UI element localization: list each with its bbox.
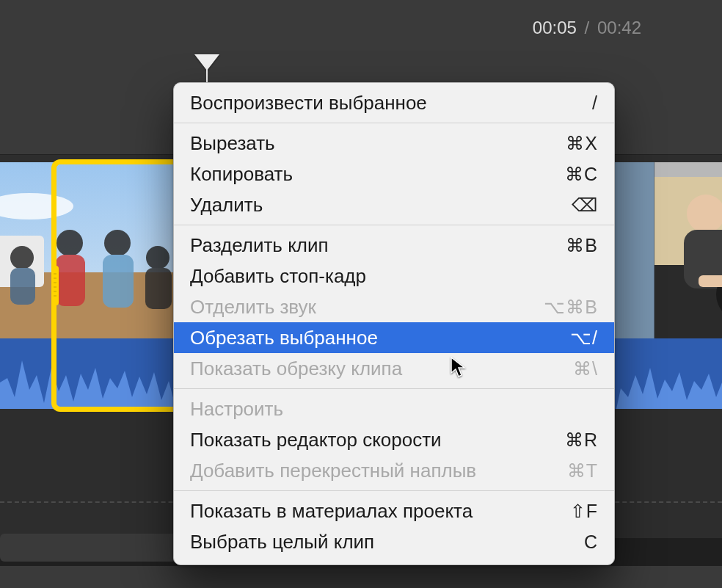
svg-point-6 xyxy=(56,230,83,256)
menu-separator xyxy=(174,490,614,491)
menu-item-show-clip-trim: Показать обрезку клипа⌘\ xyxy=(174,353,614,384)
menu-item-label: Обрезать выбранное xyxy=(190,327,570,349)
menu-item-shortcut: ⌘B xyxy=(566,235,598,256)
timecode-separator: / xyxy=(585,18,590,37)
playhead-icon xyxy=(194,54,219,70)
menu-item-trim-selection[interactable]: Обрезать выбранное⌥/ xyxy=(174,322,614,353)
svg-rect-5 xyxy=(10,268,35,305)
menu-item-label: Показать обрезку клипа xyxy=(190,357,573,380)
menu-item-label: Добавить стоп-кадр xyxy=(190,265,598,288)
menu-item-label: Воспроизвести выбранное xyxy=(190,92,592,115)
menu-item-shortcut: ⇧F xyxy=(570,501,598,522)
svg-rect-11 xyxy=(145,268,172,309)
menu-separator xyxy=(174,388,614,389)
menu-item-label: Отделить звук xyxy=(190,296,544,319)
svg-rect-9 xyxy=(103,255,134,308)
menu-item-shortcut: ⌘T xyxy=(567,460,598,482)
menu-item-add-freeze-frame[interactable]: Добавить стоп-кадр xyxy=(174,261,614,291)
menu-item-shortcut: ⌥/ xyxy=(570,327,598,349)
timecode-total: 00:42 xyxy=(597,18,641,37)
clip-thumbnail[interactable] xyxy=(654,162,722,338)
menu-item-delete[interactable]: Удалить⌫ xyxy=(174,189,614,220)
playhead[interactable] xyxy=(194,54,219,76)
menu-item-shortcut: ⌘\ xyxy=(573,358,598,380)
menu-item-adjust: Настроить xyxy=(174,393,614,424)
menu-item-label: Выбрать целый клип xyxy=(190,531,584,553)
svg-rect-19 xyxy=(699,275,722,287)
menu-item-select-whole-clip[interactable]: Выбрать целый клипC xyxy=(174,526,614,557)
menu-item-split-clip[interactable]: Разделить клип⌘B xyxy=(174,230,614,261)
svg-point-4 xyxy=(10,246,34,269)
clip-thumbnail[interactable] xyxy=(0,162,184,338)
menu-item-shortcut: / xyxy=(592,92,598,114)
svg-point-10 xyxy=(146,246,169,269)
menu-item-label: Разделить клип xyxy=(190,234,566,257)
menu-item-show-speed-editor[interactable]: Показать редактор скорости⌘R xyxy=(174,424,614,455)
timecode: 00:05 / 00:42 xyxy=(533,18,641,38)
svg-rect-7 xyxy=(56,255,85,306)
mouse-cursor-icon xyxy=(451,357,468,379)
menu-separator xyxy=(174,225,614,225)
menu-item-shortcut: ⌥⌘B xyxy=(544,297,598,318)
menu-item-label: Копировать xyxy=(190,163,565,186)
menu-item-add-cross-dissolve: Добавить перекрестный наплыв⌘T xyxy=(174,455,614,486)
menu-item-shortcut: ⌘X xyxy=(566,133,598,154)
timecode-current: 00:05 xyxy=(533,18,577,37)
menu-item-label: Показать в материалах проекта xyxy=(190,500,570,523)
menu-item-reveal-in-project[interactable]: Показать в материалах проекта⇧F xyxy=(174,496,614,526)
menu-item-label: Показать редактор скорости xyxy=(190,429,565,451)
menu-item-label: Вырезать xyxy=(190,132,566,155)
svg-point-8 xyxy=(104,230,131,256)
menu-item-copy[interactable]: Копировать⌘C xyxy=(174,159,614,189)
menu-item-label: Удалить xyxy=(190,194,572,217)
menu-separator xyxy=(174,123,614,123)
menu-item-shortcut: ⌘R xyxy=(565,429,598,451)
menu-item-cut[interactable]: Вырезать⌘X xyxy=(174,128,614,159)
menu-item-shortcut: C xyxy=(584,531,598,553)
menu-item-label: Добавить перекрестный наплыв xyxy=(190,460,567,482)
top-bar: 00:05 / 00:42 xyxy=(0,0,722,51)
menu-item-detach-audio: Отделить звук⌥⌘B xyxy=(174,291,614,322)
menu-item-play-selection[interactable]: Воспроизвести выбранное/ xyxy=(174,87,614,118)
menu-item-shortcut: ⌫ xyxy=(572,195,598,216)
menu-item-label: Настроить xyxy=(190,398,598,421)
menu-item-shortcut: ⌘C xyxy=(565,164,598,185)
context-menu[interactable]: Воспроизвести выбранное/Вырезать⌘XКопиро… xyxy=(173,82,615,565)
